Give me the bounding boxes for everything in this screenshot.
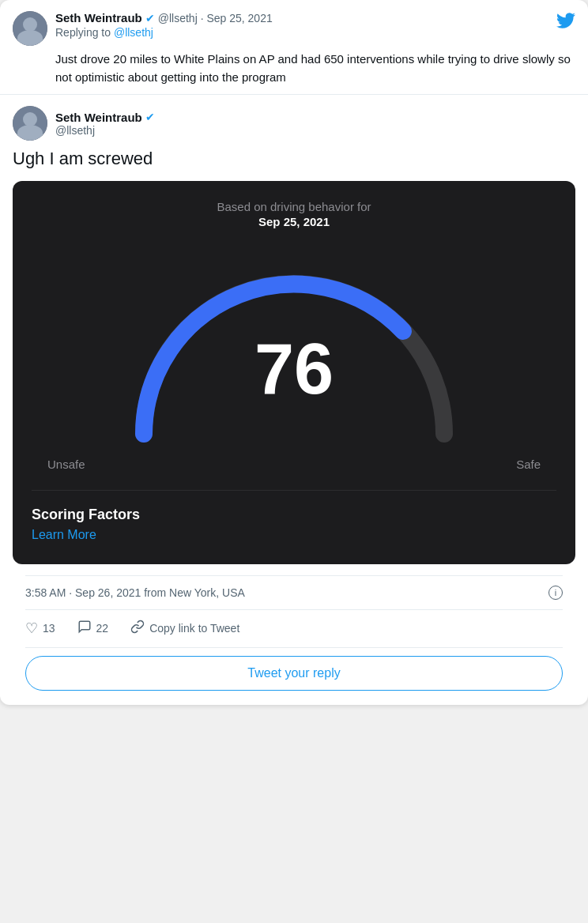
reply-tweet-text: Just drove 20 miles to White Plains on A… bbox=[55, 51, 575, 86]
main-author-name[interactable]: Seth Weintraub bbox=[55, 111, 142, 124]
scoring-factors-section: Scoring Factors Learn More bbox=[32, 490, 556, 542]
tweet-reply-button[interactable]: Tweet your reply bbox=[25, 656, 563, 691]
replying-to-handle[interactable]: @llsethj bbox=[114, 26, 153, 39]
replies-count: 22 bbox=[96, 622, 109, 635]
copy-link-button[interactable]: Copy link to Tweet bbox=[130, 620, 239, 638]
reply-tweet: Seth Weintraub ✔ @llsethj · Sep 25, 2021… bbox=[0, 0, 588, 95]
score-date-value: Sep 25, 2021 bbox=[32, 215, 556, 228]
gauge-score: 76 bbox=[254, 333, 334, 405]
reply-author-avatar[interactable] bbox=[13, 11, 47, 46]
learn-more-link[interactable]: Learn More bbox=[32, 528, 96, 541]
main-author-avatar[interactable] bbox=[13, 106, 47, 141]
tweet-card: Seth Weintraub ✔ @llsethj · Sep 25, 2021… bbox=[0, 0, 588, 705]
heart-icon: ♡ bbox=[25, 620, 38, 637]
action-bar: ♡ 13 22 Copy link to Tweet bbox=[25, 610, 563, 648]
tweet-timestamp: 3:58 AM · Sep 26, 2021 from New York, US… bbox=[25, 575, 563, 610]
reply-box: Tweet your reply bbox=[25, 648, 563, 697]
twitter-bird-icon bbox=[556, 11, 575, 35]
info-icon[interactable]: i bbox=[548, 586, 563, 600]
timestamp-text: 3:58 AM · Sep 26, 2021 from New York, US… bbox=[25, 586, 245, 599]
score-date-label: Based on driving behavior for bbox=[32, 200, 556, 213]
replying-to: Replying to @llsethj bbox=[55, 26, 548, 39]
like-button[interactable]: ♡ 13 bbox=[25, 620, 55, 637]
main-verified-icon: ✔ bbox=[145, 111, 155, 123]
score-card: Based on driving behavior for Sep 25, 20… bbox=[13, 181, 575, 564]
comment-icon bbox=[77, 620, 92, 638]
link-icon bbox=[130, 620, 145, 638]
main-tweet: Seth Weintraub ✔ @llsethj Ugh I am screw… bbox=[0, 95, 588, 705]
scoring-factors-title: Scoring Factors bbox=[32, 507, 556, 523]
copy-link-label: Copy link to Tweet bbox=[149, 622, 239, 635]
tweet-content-area: 3:58 AM · Sep 26, 2021 from New York, US… bbox=[13, 575, 575, 697]
reply-count-button[interactable]: 22 bbox=[77, 620, 109, 638]
gauge-container: 76 bbox=[32, 244, 556, 465]
likes-count: 13 bbox=[43, 622, 55, 635]
reply-verified-icon: ✔ bbox=[145, 12, 155, 24]
reply-author-name[interactable]: Seth Weintraub bbox=[55, 11, 142, 24]
main-author-handle[interactable]: @llsethj bbox=[55, 124, 155, 137]
main-tweet-text: Ugh I am screwed bbox=[13, 147, 575, 171]
reply-handle-date: @llsethj · Sep 25, 2021 bbox=[158, 12, 273, 24]
main-tweet-author: Seth Weintraub ✔ @llsethj bbox=[55, 111, 155, 137]
reply-tweet-meta: Seth Weintraub ✔ @llsethj · Sep 25, 2021… bbox=[55, 11, 548, 39]
